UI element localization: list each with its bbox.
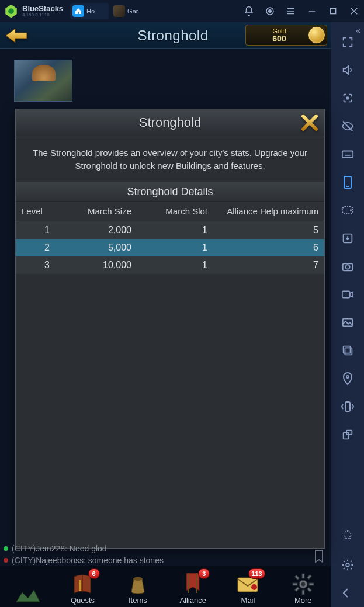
device-portrait-icon[interactable] (338, 173, 357, 192)
install-apk-icon[interactable] (338, 229, 357, 248)
svg-point-24 (345, 265, 349, 269)
bookmark-icon[interactable] (313, 549, 325, 563)
menu-quests[interactable]: Quests6 (55, 566, 110, 607)
svg-rect-27 (345, 348, 352, 355)
tab-game[interactable]: Gar (111, 3, 150, 19)
menu-mail[interactable]: Mail113 (220, 566, 275, 607)
hamburger-icon[interactable] (285, 5, 297, 18)
bulb-icon[interactable] (338, 528, 357, 546)
game-header: Stronghold Gold 600 (0, 22, 331, 49)
svg-rect-30 (345, 402, 350, 411)
record-area-icon[interactable] (338, 89, 357, 107)
visibility-off-icon[interactable] (338, 117, 357, 136)
svg-point-48 (301, 582, 305, 586)
menu-label: Items (129, 596, 147, 605)
bluestacks-brand-text: BlueStacks (22, 5, 63, 12)
menu-items[interactable]: Items (110, 566, 165, 607)
table-row[interactable]: 12,00015 (16, 221, 324, 240)
gamepad-icon[interactable] (338, 201, 357, 220)
modal-description: The Stronghold provides an overview of y… (16, 136, 324, 182)
chat-preview[interactable]: (CITY)Jem228: Need glod(CITY)Najeebbooss… (4, 543, 310, 566)
svg-rect-12 (342, 151, 352, 158)
city-icon (14, 581, 41, 605)
menu-label: More (294, 596, 312, 605)
menu-badge: 6 (88, 568, 100, 579)
svg-rect-40 (302, 574, 304, 578)
svg-rect-28 (343, 346, 350, 353)
tab-home-label: Ho (86, 8, 95, 15)
shake-icon[interactable] (338, 397, 357, 416)
svg-rect-43 (309, 583, 314, 585)
collapse-sidebar-icon[interactable]: « (356, 26, 360, 35)
bluestacks-logo-icon (4, 4, 19, 19)
menu-alliance[interactable]: Alliance3 (165, 566, 220, 607)
tab-home[interactable]: Ho (70, 3, 109, 19)
close-button[interactable] (348, 5, 360, 18)
modal-close-button[interactable] (299, 112, 321, 134)
svg-point-29 (346, 376, 349, 378)
maximize-button[interactable] (327, 5, 339, 18)
svg-rect-47 (294, 587, 299, 592)
bottom-menu: Quests6ItemsAlliance3Mail113More (0, 566, 331, 607)
stronghold-details-table: Level March Size March Slot Alliance Hel… (16, 202, 324, 274)
menu-badge: 3 (198, 568, 210, 579)
svg-rect-45 (307, 587, 311, 592)
svg-rect-25 (342, 292, 349, 298)
modal-title-text: Stronghold (139, 115, 201, 130)
col-march-slot: March Slot (137, 202, 213, 221)
chat-line: (CITY)Najeebbooss: someone has stones (4, 554, 310, 566)
multi-instance-icon[interactable] (338, 341, 357, 360)
right-sidebar: « (331, 22, 364, 607)
bell-icon[interactable] (242, 5, 255, 18)
menu-label: Quests (71, 596, 95, 605)
table-row[interactable]: 25,00016 (16, 239, 324, 256)
details-table-title: Stronghold Details (16, 182, 324, 202)
menu-label: Mail (241, 596, 255, 605)
menu-badge: 113 (248, 568, 265, 579)
svg-point-36 (133, 577, 143, 581)
tab-game-label: Gar (127, 8, 138, 15)
location-icon[interactable] (338, 369, 357, 388)
svg-rect-35 (79, 580, 81, 591)
back-arrow-button[interactable] (0, 23, 33, 48)
fullscreen-icon[interactable] (338, 33, 357, 51)
svg-point-38 (251, 584, 257, 590)
menu-city[interactable] (0, 566, 55, 607)
bag-icon (124, 573, 151, 596)
svg-point-0 (8, 8, 14, 14)
stronghold-info-modal: Stronghold The Stronghold provides an ov… (15, 109, 325, 549)
stronghold-thumbnail[interactable] (14, 60, 72, 102)
back-icon[interactable] (338, 584, 357, 602)
svg-rect-46 (307, 575, 311, 580)
volume-icon[interactable] (338, 61, 357, 79)
bluestacks-logo[interactable]: BlueStacks 4.150.0.1118 (4, 4, 68, 19)
game-tab-icon (113, 5, 125, 17)
svg-rect-44 (294, 575, 299, 580)
settings-gear-icon[interactable] (338, 556, 357, 574)
svg-rect-7 (330, 8, 335, 13)
gold-currency-pill[interactable]: Gold 600 (245, 25, 327, 46)
target-icon[interactable] (264, 5, 276, 18)
bluestacks-version-text: 4.150.0.1118 (22, 12, 63, 18)
svg-point-2 (269, 10, 272, 13)
menu-more[interactable]: More (276, 566, 331, 607)
chat-line: (CITY)Jem228: Need glod (4, 543, 310, 554)
house-icon (72, 5, 84, 17)
col-march-size: March Size (56, 202, 137, 221)
gallery-icon[interactable] (338, 313, 357, 332)
camera-icon[interactable] (338, 257, 357, 276)
svg-point-34 (346, 563, 349, 567)
keyboard-icon[interactable] (338, 145, 357, 164)
gold-value: 600 (272, 34, 286, 43)
svg-point-10 (346, 97, 349, 99)
col-level: Level (16, 202, 56, 221)
record-video-icon[interactable] (338, 285, 357, 304)
svg-point-21 (350, 210, 351, 211)
rotate-icon[interactable] (338, 425, 357, 444)
gold-coin-icon (308, 26, 325, 44)
gear-icon (290, 573, 317, 596)
minimize-button[interactable] (306, 5, 318, 18)
table-row[interactable]: 310,00017 (16, 256, 324, 274)
game-viewport: Stronghold Gold 600 Stronghold The Stron… (0, 22, 331, 607)
menu-label: Alliance (179, 596, 206, 605)
